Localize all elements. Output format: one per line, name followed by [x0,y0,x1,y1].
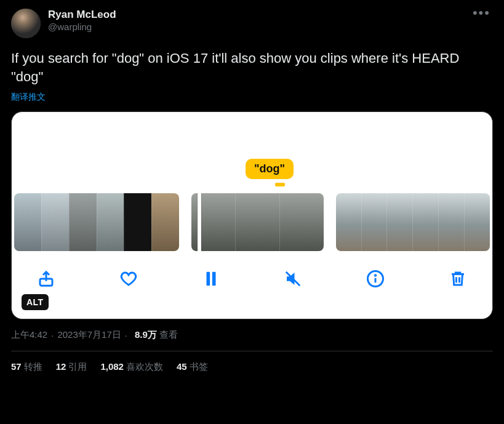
likes-count: 1,082 [100,361,124,372]
quotes-stat[interactable]: 12引用 [56,361,87,373]
clip-frame [124,193,151,251]
heart-icon[interactable] [113,266,145,292]
dot: · [125,330,127,340]
clip-group-2[interactable] [191,193,324,251]
display-name: Ryan McLeod [48,9,470,21]
tweet: Ryan McLeod @warpling ••• If you search … [0,0,504,382]
more-icon[interactable]: ••• [470,9,493,17]
bookmarks-label: 书签 [190,361,208,372]
media-top-space: "dog" [12,112,492,193]
translate-link[interactable]: 翻译推文 [11,92,493,103]
pause-icon[interactable] [195,266,227,292]
tweet-stats: 57转推 12引用 1,082喜欢次数 45书签 [11,361,493,373]
share-icon[interactable] [30,266,62,292]
tweet-time[interactable]: 上午4:42 [11,329,47,341]
clip-frame [279,193,324,251]
bookmarks-stat[interactable]: 45书签 [177,361,208,373]
user-info[interactable]: Ryan McLeod @warpling [48,9,470,32]
bookmarks-count: 45 [177,361,187,372]
clip-frame [69,193,97,251]
avatar[interactable] [11,9,41,38]
clip-frame [361,193,387,251]
clip-group-1[interactable] [14,193,179,251]
clip-frame [438,193,464,251]
alt-badge[interactable]: ALT [22,294,49,310]
svg-point-6 [375,275,376,276]
trash-icon[interactable] [442,266,474,292]
clip-frame [14,193,41,251]
quotes-label: 引用 [68,361,87,372]
retweets-label: 转推 [24,361,42,372]
info-icon[interactable] [359,266,391,292]
clip-frame [464,193,490,251]
clip-frame [41,193,69,251]
tweet-date[interactable]: 2023年7月17日 [57,329,121,341]
clip-frame [151,193,179,251]
clip-frame [412,193,438,251]
tweet-text: If you search for "dog" on iOS 17 it'll … [11,49,493,86]
mute-icon[interactable] [277,266,309,292]
retweets-stat[interactable]: 57转推 [11,361,42,373]
quotes-count: 12 [56,361,66,372]
likes-stat[interactable]: 1,082喜欢次数 [100,361,163,373]
svg-rect-1 [206,272,210,286]
views-label: 查看 [159,329,178,341]
media-toolbar [12,251,492,303]
tweet-header: Ryan McLeod @warpling ••• [11,9,493,38]
playhead[interactable] [198,193,201,251]
svg-rect-2 [212,272,215,286]
views-count: 8.9万 [135,329,157,341]
caption-tag: "dog" [246,159,294,179]
clip-group-3[interactable] [336,193,490,251]
dot: · [51,330,54,340]
clip-frame [336,193,361,251]
clip-frame [235,193,279,251]
tweet-meta: 上午4:42 · 2023年7月17日 · 8.9万 查看 [11,329,493,341]
clip-frame [386,193,412,251]
handle: @warpling [48,22,470,32]
divider [11,351,493,351]
retweets-count: 57 [11,361,22,372]
media-card[interactable]: "dog" [11,111,493,319]
likes-label: 喜欢次数 [126,361,163,372]
clip-frame [97,193,124,251]
video-timeline[interactable] [12,193,492,251]
